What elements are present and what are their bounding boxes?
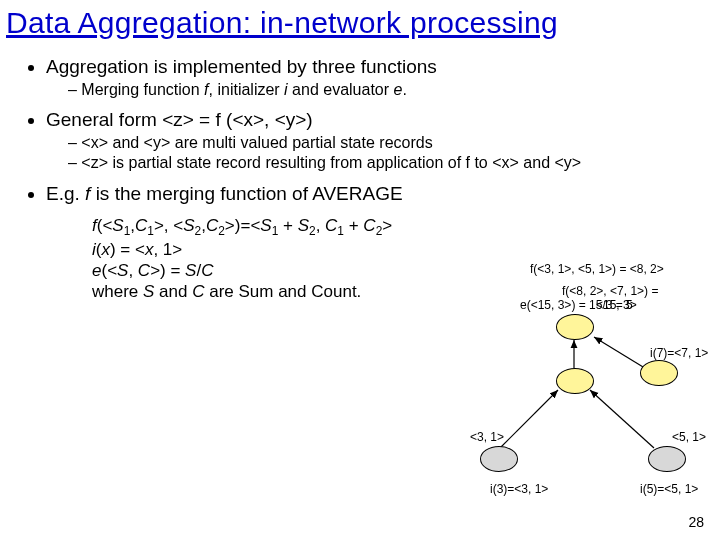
diagram-label-i7: i(7)=<7, 1> bbox=[650, 346, 708, 360]
diagram-label-i3: i(3)=<3, 1> bbox=[490, 482, 548, 496]
diagram-label-mid1: f(<8, 2>, <7, 1>) = bbox=[562, 284, 658, 298]
diagram-label-31: <3, 1> bbox=[470, 430, 504, 444]
bullet-1-sub-1: Merging function f, initializer i and ev… bbox=[68, 80, 720, 99]
bullet-2-sub-1: <x> and <y> are multi valued partial sta… bbox=[68, 133, 720, 152]
bullet-1-text: Aggregation is implemented by three func… bbox=[46, 56, 437, 77]
node-i7 bbox=[640, 360, 678, 386]
diagram-label-top: f(<3, 1>, <5, 1>) = <8, 2> bbox=[530, 262, 664, 276]
diagram-label-51: <5, 1> bbox=[672, 430, 706, 444]
bullet-list: Aggregation is implemented by three func… bbox=[46, 56, 720, 205]
bullet-2: General form <z> = f (<x>, <y>) <x> and … bbox=[46, 109, 720, 172]
tree-diagram: f(<3, 1>, <5, 1>) = <8, 2> f(<8, 2>, <7,… bbox=[440, 260, 710, 500]
formula-line-1: f(<S1,C1>, <S2,C2>)=<S1 + S2, C1 + C2> bbox=[92, 215, 720, 239]
diagram-label-i5: i(5)=<5, 1> bbox=[640, 482, 698, 496]
node-i3 bbox=[480, 446, 518, 472]
bullet-1: Aggregation is implemented by three func… bbox=[46, 56, 720, 99]
svg-line-1 bbox=[590, 390, 654, 448]
svg-line-3 bbox=[594, 337, 648, 370]
node-root bbox=[556, 314, 594, 340]
bullet-2-sub-2: <z> is partial state record resulting fr… bbox=[68, 153, 720, 172]
node-i5 bbox=[648, 446, 686, 472]
slide-title: Data Aggregation: in-network processing bbox=[0, 0, 720, 42]
node-merge bbox=[556, 368, 594, 394]
svg-line-0 bbox=[500, 390, 558, 448]
bullet-3: E.g. f is the merging function of AVERAG… bbox=[46, 183, 720, 205]
bullet-2-text: General form <z> = f (<x>, <y>) bbox=[46, 109, 313, 130]
formula-line-2: i(x) = <x, 1> bbox=[92, 239, 720, 260]
page-number: 28 bbox=[688, 514, 704, 530]
diagram-label-mid3: <15, 3> bbox=[596, 298, 637, 312]
